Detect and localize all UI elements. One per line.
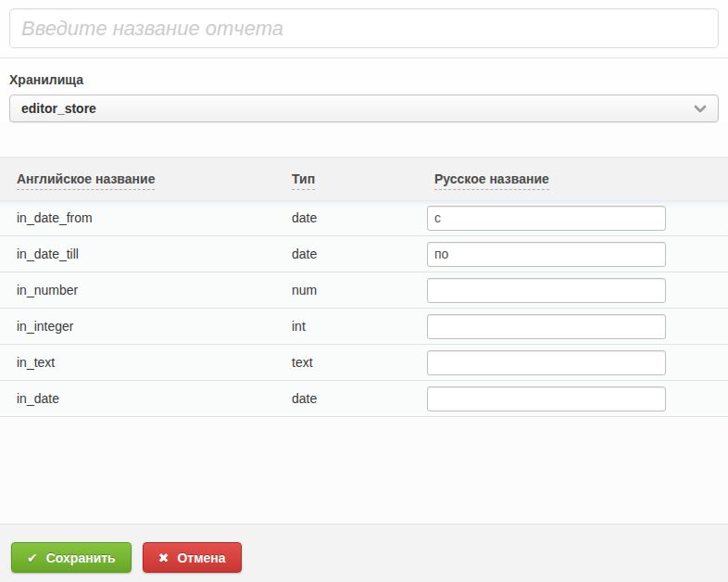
russian-name-input[interactable] (427, 314, 666, 339)
column-header-english-name[interactable]: Английское название (17, 171, 155, 190)
russian-name-input[interactable] (427, 278, 666, 303)
param-type: date (292, 210, 427, 225)
storage-selected-value: editor_store (21, 101, 96, 116)
param-english-name: in_date_till (0, 247, 292, 261)
param-type: date (292, 247, 427, 261)
footer-toolbar: ✔ Сохранить ✖ Отмена (0, 524, 728, 582)
report-name-input[interactable] (9, 8, 719, 48)
column-header-type[interactable]: Тип (292, 171, 315, 190)
save-button-label: Сохранить (46, 550, 116, 565)
russian-name-input[interactable] (427, 242, 666, 267)
cancel-button-label: Отмена (177, 550, 225, 565)
table-row: in_date_from date (0, 200, 728, 236)
table-row: in_integer int (0, 309, 728, 345)
report-name-section (0, 0, 728, 57)
table-row: in_date_till date (0, 236, 728, 272)
param-english-name: in_integer (0, 319, 292, 334)
param-english-name: in_date (0, 391, 292, 406)
save-button[interactable]: ✔ Сохранить (11, 542, 132, 573)
cross-icon: ✖ (158, 550, 169, 565)
table-header-row: Английское название Тип Русское название (0, 158, 728, 200)
storage-label: Хранилища (9, 72, 719, 87)
chevron-down-icon (694, 105, 707, 113)
param-type: text (292, 355, 427, 370)
cancel-button[interactable]: ✖ Отмена (143, 542, 242, 573)
table-row: in_date date (0, 381, 728, 417)
russian-name-input[interactable] (427, 386, 666, 411)
russian-name-input[interactable] (427, 350, 666, 375)
params-table: Английское название Тип Русское название… (0, 157, 728, 417)
param-type: date (292, 391, 427, 406)
param-english-name: in_number (0, 283, 292, 297)
param-english-name: in_date_from (0, 210, 292, 225)
param-type: int (292, 319, 427, 334)
check-icon: ✔ (27, 550, 38, 565)
storage-select[interactable]: editor_store (9, 95, 719, 122)
param-type: num (292, 283, 427, 297)
table-row: in_number num (0, 272, 728, 309)
russian-name-input[interactable] (427, 206, 666, 231)
content-spacer (0, 417, 728, 524)
param-english-name: in_text (0, 355, 292, 370)
table-row: in_text text (0, 345, 728, 381)
column-header-russian-name[interactable]: Русское название (434, 171, 549, 190)
storage-section: Хранилища editor_store (0, 58, 728, 122)
